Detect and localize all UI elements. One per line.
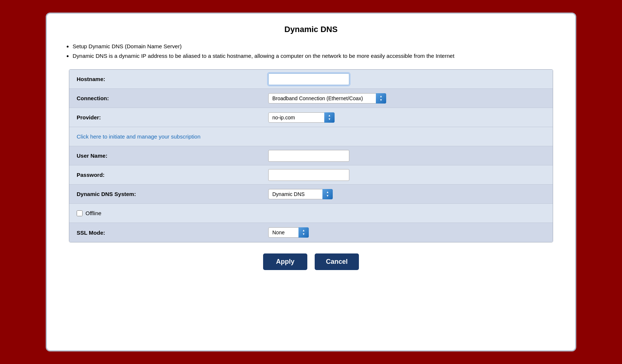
- offline-row: Offline: [69, 204, 553, 223]
- subscription-row: Click here to initiate and manage your s…: [69, 127, 553, 146]
- ssl-mode-label: SSL Mode:: [77, 230, 268, 236]
- provider-select-wrap: no-ip.com DynDNS TZO: [268, 112, 335, 123]
- ssl-select[interactable]: None HTTPS TLS: [268, 227, 309, 238]
- description-item-1: Setup Dynamic DNS (Domain Name Server): [73, 42, 560, 51]
- connection-row: Connection: Broadband Connection (Ethern…: [69, 89, 553, 108]
- hostname-label: Hostname:: [77, 76, 268, 82]
- username-label: User Name:: [77, 153, 268, 159]
- ssl-select-wrap: None HTTPS TLS: [268, 227, 309, 238]
- hostname-control: [268, 73, 545, 85]
- provider-row: Provider: no-ip.com DynDNS TZO: [69, 108, 553, 127]
- provider-control: no-ip.com DynDNS TZO: [268, 112, 545, 123]
- password-label: Password:: [77, 172, 268, 178]
- dns-system-row: Dynamic DNS System: Dynamic DNS Custom D…: [69, 185, 553, 204]
- username-control: [268, 150, 545, 162]
- username-input[interactable]: [268, 150, 349, 162]
- password-input[interactable]: [268, 169, 349, 181]
- cancel-button[interactable]: Cancel: [315, 253, 359, 270]
- dns-system-select[interactable]: Dynamic DNS Custom DNS: [268, 189, 333, 199]
- password-control: [268, 169, 545, 181]
- button-row: Apply Cancel: [62, 253, 560, 270]
- username-row: User Name:: [69, 146, 553, 165]
- hostname-row: Hostname:: [69, 70, 553, 89]
- offline-checkbox[interactable]: [77, 210, 83, 216]
- connection-control: Broadband Connection (Ethernet/Coax): [268, 93, 545, 104]
- connection-select[interactable]: Broadband Connection (Ethernet/Coax): [268, 93, 386, 104]
- password-row: Password:: [69, 165, 553, 185]
- dns-system-select-wrap: Dynamic DNS Custom DNS: [268, 189, 333, 199]
- description-section: Setup Dynamic DNS (Domain Name Server) D…: [62, 42, 560, 60]
- connection-select-wrap: Broadband Connection (Ethernet/Coax): [268, 93, 386, 104]
- form-container: Hostname: Connection: Broadband Connecti…: [69, 69, 553, 242]
- provider-select[interactable]: no-ip.com DynDNS TZO: [268, 112, 335, 123]
- ssl-mode-row: SSL Mode: None HTTPS TLS: [69, 223, 553, 242]
- dns-system-control: Dynamic DNS Custom DNS: [268, 189, 545, 199]
- main-container: Dynamic DNS Setup Dynamic DNS (Domain Na…: [46, 13, 576, 351]
- hostname-input[interactable]: [268, 73, 349, 85]
- page-title: Dynamic DNS: [62, 25, 560, 34]
- provider-label: Provider:: [77, 114, 268, 120]
- ssl-mode-control: None HTTPS TLS: [268, 227, 545, 238]
- subscription-link[interactable]: Click here to initiate and manage your s…: [77, 133, 200, 140]
- connection-label: Connection:: [77, 95, 268, 101]
- offline-checkbox-row: Offline: [77, 210, 101, 216]
- offline-label: Offline: [85, 210, 101, 216]
- dns-system-label: Dynamic DNS System:: [77, 191, 268, 197]
- apply-button[interactable]: Apply: [263, 253, 307, 270]
- description-item-2: Dynamic DNS is a dynamic IP address to b…: [73, 51, 560, 61]
